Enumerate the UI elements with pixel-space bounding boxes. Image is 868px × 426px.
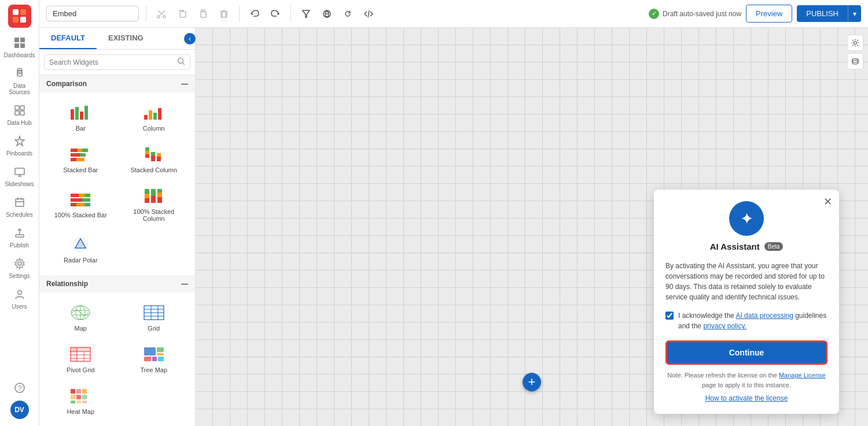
publish-dropdown-button[interactable]: ▾ <box>848 5 861 22</box>
svg-rect-52 <box>145 147 149 151</box>
sidebar-item-slideshows[interactable]: Slideshows <box>0 161 39 192</box>
svg-point-33 <box>178 58 183 64</box>
svg-rect-37 <box>80 112 83 120</box>
sidebar-item-data-hub[interactable]: Data Hub <box>0 100 39 131</box>
widget-stacked-column[interactable]: Stacked Column <box>117 139 191 180</box>
ai-acknowledge-checkbox[interactable] <box>665 312 674 320</box>
100-stacked-column-icon <box>142 187 165 205</box>
canvas-right-icons <box>847 35 863 69</box>
delete-button[interactable] <box>216 6 232 22</box>
svg-rect-36 <box>75 107 79 120</box>
widget-100-stacked-bar[interactable]: 100% Stacked Bar <box>44 180 117 229</box>
svg-rect-70 <box>145 194 149 198</box>
settings-icon <box>14 258 25 271</box>
svg-rect-59 <box>79 194 84 197</box>
ai-popup-body: By activating the AI Assistant, you agre… <box>665 261 827 302</box>
tab-default[interactable]: DEFAULT <box>39 28 97 49</box>
app-logo[interactable] <box>8 5 31 28</box>
svg-rect-25 <box>201 12 206 17</box>
canvas-settings-icon[interactable] <box>847 35 863 51</box>
widget-pivot-grid[interactable]: Pivot Grid <box>44 339 117 380</box>
widget-map[interactable]: Map <box>44 297 117 339</box>
widget-100-stacked-column[interactable]: 100% Stacked Column <box>117 180 191 229</box>
sidebar-item-label: Settings <box>9 273 30 279</box>
publish-icon <box>14 227 25 240</box>
svg-rect-43 <box>71 149 78 152</box>
tab-existing[interactable]: EXISTING <box>97 28 155 49</box>
comparison-collapse-icon[interactable]: — <box>181 80 188 88</box>
sidebar-item-publish[interactable]: Publish <box>0 223 39 253</box>
svg-rect-105 <box>158 357 164 361</box>
svg-rect-67 <box>84 203 90 206</box>
embed-input[interactable] <box>46 6 139 21</box>
widget-grid[interactable]: Grid <box>117 297 191 339</box>
100-stacked-bar-label: 100% Stacked Bar <box>54 212 107 218</box>
canvas-database-icon[interactable] <box>847 53 863 69</box>
code-button[interactable] <box>361 6 377 22</box>
cut-button[interactable] <box>153 6 170 22</box>
ai-privacy-policy-link[interactable]: privacy policy. <box>703 322 746 330</box>
tree-map-icon <box>142 346 165 363</box>
svg-line-34 <box>183 63 185 65</box>
widget-tree-map[interactable]: Tree Map <box>117 339 191 380</box>
relationship-collapse-icon[interactable]: — <box>181 280 188 288</box>
sidebar-item-dashboards[interactable]: Dashboards <box>0 32 39 63</box>
svg-point-5 <box>17 70 22 72</box>
svg-point-115 <box>854 42 857 45</box>
svg-rect-41 <box>153 113 157 120</box>
preview-button[interactable]: Preview <box>746 5 792 23</box>
ai-assistant-popup: ✕ ✦ AI Assistant Beta By activating the … <box>654 190 839 414</box>
svg-rect-35 <box>71 109 74 120</box>
publish-button[interactable]: PUBLISH <box>797 5 848 22</box>
slideshows-icon <box>14 166 25 179</box>
copy-button[interactable] <box>174 6 190 22</box>
widget-list: Comparison — Bar <box>39 75 195 426</box>
user-avatar[interactable]: DV <box>10 401 29 419</box>
paste-button[interactable] <box>195 6 211 22</box>
sidebar-item-settings[interactable]: Settings <box>0 253 39 284</box>
ai-continue-button[interactable]: Continue <box>665 340 827 365</box>
schedules-icon <box>14 197 25 210</box>
stacked-column-label: Stacked Column <box>130 166 177 173</box>
grid-icon <box>142 304 165 321</box>
svg-rect-8 <box>15 106 19 110</box>
undo-button[interactable] <box>247 6 263 22</box>
ai-title-row: AI Assistant Beta <box>710 242 784 251</box>
widget-stacked-bar[interactable]: Stacked Bar <box>44 139 117 180</box>
svg-text:?: ? <box>17 384 21 392</box>
widget-search-input[interactable] <box>49 58 175 66</box>
svg-rect-66 <box>76 203 84 206</box>
svg-rect-55 <box>157 157 161 161</box>
bar-icon <box>69 104 92 121</box>
ai-popup-close-button[interactable]: ✕ <box>823 195 832 208</box>
widget-panel-toggle[interactable]: ‹ <box>184 33 196 45</box>
relationship-label: Relationship <box>46 280 88 288</box>
sidebar-item-schedules[interactable]: Schedules <box>0 192 39 223</box>
comparison-section-header: Comparison — <box>39 75 195 92</box>
widget-radar-polar[interactable]: Radar Polar <box>44 229 117 271</box>
help-icon[interactable]: ? <box>12 380 28 396</box>
canvas-add-button[interactable]: + <box>523 373 541 391</box>
sidebar-item-label: Data Sources <box>2 83 36 95</box>
ai-popup-header: ✦ AI Assistant Beta <box>665 201 827 251</box>
sidebar-item-pinboards[interactable]: Pinboards <box>0 131 39 161</box>
sidebar-item-label: Slideshows <box>5 181 34 187</box>
widget-heat-map[interactable]: Heat Map <box>44 380 117 422</box>
svg-rect-49 <box>76 158 84 161</box>
redo-button[interactable] <box>267 6 284 22</box>
ai-acknowledge-text: I acknowledge the AI data processing gui… <box>678 310 827 331</box>
ai-data-processing-link[interactable]: AI data processing <box>735 312 793 320</box>
manage-license-link[interactable]: Manage License <box>779 372 826 379</box>
filter-button[interactable] <box>298 6 314 22</box>
widget-bar[interactable]: Bar <box>44 97 117 139</box>
sidebar-item-label: Pinboards <box>6 150 32 157</box>
sidebar-item-data-sources[interactable]: Data Sources <box>0 63 39 100</box>
how-to-activate-link[interactable]: How to activate the license <box>665 394 827 402</box>
svg-rect-102 <box>157 353 164 355</box>
svg-rect-103 <box>144 357 151 361</box>
widget-column[interactable]: Column <box>117 97 191 139</box>
refresh-button[interactable] <box>340 6 356 22</box>
export-button[interactable] <box>319 6 335 22</box>
sidebar-item-users[interactable]: Users <box>0 284 39 314</box>
pivot-grid-label: Pivot Grid <box>67 366 94 373</box>
